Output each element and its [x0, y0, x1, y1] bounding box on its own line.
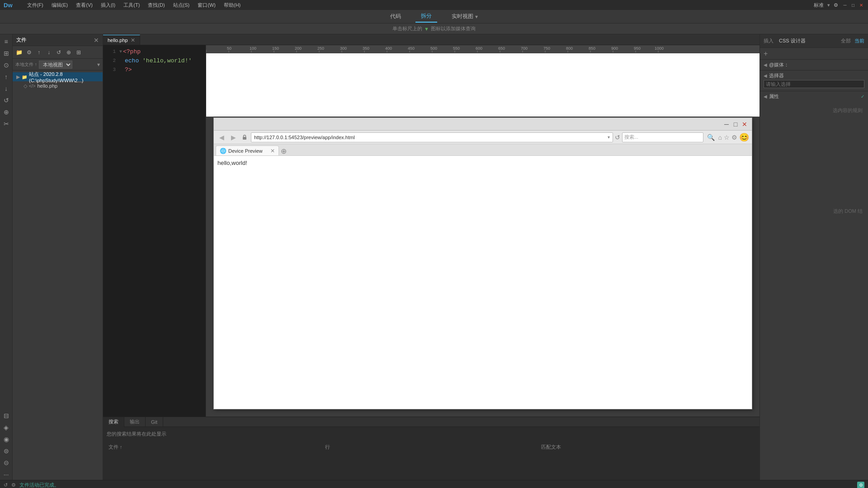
- star-icon[interactable]: ☆: [724, 134, 730, 141]
- browser-close-button[interactable]: ✕: [741, 121, 748, 128]
- sidebar-icon-upload[interactable]: ↑: [1, 71, 12, 82]
- app-logo: Dw: [4, 2, 13, 9]
- maximize-button[interactable]: □: [850, 2, 856, 8]
- status-right-icon[interactable]: ⚙: [857, 482, 864, 488]
- status-refresh-icon[interactable]: ↺: [4, 482, 8, 488]
- file-toolbar-folder-icon[interactable]: 📁: [14, 48, 24, 57]
- close-button[interactable]: ✕: [858, 2, 864, 8]
- tab-favicon-icon: 🌐: [220, 148, 226, 154]
- menu-edit[interactable]: 编辑(E): [48, 1, 72, 9]
- minimize-button[interactable]: ─: [842, 2, 848, 8]
- menu-file[interactable]: 文件(F): [24, 1, 47, 9]
- sidebar-icon-expand[interactable]: ⊕: [1, 107, 12, 117]
- home-icon[interactable]: ⌂: [718, 134, 722, 141]
- php-open-tag: <?php: [123, 48, 141, 55]
- browser-minimize-button[interactable]: ─: [723, 121, 730, 128]
- file-toolbar-settings-icon[interactable]: ⚙: [24, 48, 33, 57]
- selector-section-header[interactable]: ◀ 选择器: [764, 72, 864, 79]
- sidebar-icon-assets[interactable]: ⊞: [1, 48, 12, 59]
- tab-close-button[interactable]: ✕: [131, 37, 135, 43]
- sidebar-icon-dom[interactable]: ⊜: [1, 446, 12, 456]
- file-toolbar-up-icon[interactable]: ↑: [34, 48, 43, 57]
- file-panel: 文件 ✕ 📁 ⚙ ↑ ↓ ↺ ⊕ ⊞ 本地文件 ↑ 本地视图 ▾ ▶ 📁 站点 …: [13, 34, 103, 480]
- sidebar-icon-files[interactable]: ≡: [1, 36, 12, 47]
- sidebar-icon-snippets[interactable]: ⊝: [1, 457, 12, 468]
- tab-label: hello.php: [108, 38, 128, 43]
- all-action-button[interactable]: 全部: [841, 38, 851, 44]
- menu-help[interactable]: 帮助(H): [220, 1, 244, 9]
- bottom-tab-git[interactable]: Git: [146, 417, 163, 427]
- file-toolbar-expand-icon[interactable]: ⊕: [64, 48, 73, 57]
- file-arrow-icon: ◇: [24, 83, 29, 89]
- file-toolbar-refresh-icon[interactable]: ↺: [54, 48, 63, 57]
- sidebar-icon-style[interactable]: ◉: [1, 434, 12, 445]
- media-section: ◀ @媒体：: [760, 60, 868, 70]
- layout-preset-label: 标准: [814, 2, 824, 9]
- svg-rect-0: [206, 45, 760, 52]
- chevron-icon[interactable]: ▾: [97, 61, 100, 68]
- menu-insert[interactable]: 插入(I): [97, 1, 119, 9]
- menu-window[interactable]: 窗口(W): [194, 1, 219, 9]
- menu-site[interactable]: 站点(S): [170, 1, 193, 9]
- insert-tab[interactable]: 插入: [764, 38, 774, 44]
- browser-output-text: hello,world!: [217, 160, 247, 166]
- css-designer-tab[interactable]: CSS 设计器: [779, 38, 806, 44]
- live-view-button[interactable]: 实时视图 ▾: [446, 11, 483, 22]
- code-view-button[interactable]: 代码: [385, 11, 406, 22]
- folder-icon: 📁: [22, 75, 27, 80]
- settings-gear-icon[interactable]: ⚙: [731, 134, 737, 141]
- sidebar-icon-refresh[interactable]: ↺: [1, 95, 12, 106]
- browser-back-button[interactable]: ◀: [217, 132, 226, 142]
- menu-view[interactable]: 查看(V): [72, 1, 96, 9]
- right-panel-add-row: +: [760, 48, 868, 60]
- sidebar-icon-element[interactable]: ◈: [1, 422, 12, 433]
- new-tab-button[interactable]: ⊕: [281, 147, 287, 155]
- smiley-icon: 😊: [739, 132, 749, 142]
- sidebar-icon-layout[interactable]: ⊟: [1, 410, 12, 421]
- file-toolbar-image-icon[interactable]: ⊞: [74, 48, 83, 57]
- browser-tab-device-preview[interactable]: 🌐 Device Preview ✕: [216, 145, 279, 155]
- sidebar-icon-download[interactable]: ↓: [1, 83, 12, 94]
- split-view: 1 ▼ <?php 2 echo 'hello,world!' 3 ?>: [103, 45, 760, 417]
- search-table-header: 文件 ↑ 行 匹配文本: [107, 443, 756, 451]
- view-select[interactable]: 本地视图: [39, 61, 72, 69]
- split-view-button[interactable]: 拆分: [415, 10, 437, 23]
- properties-toggle-icon[interactable]: ✓: [861, 94, 864, 99]
- bottom-tab-output[interactable]: 输出: [124, 417, 146, 427]
- search-results-hint: 您的搜索结果将在此处显示: [107, 429, 756, 439]
- file-panel-close[interactable]: ✕: [94, 37, 99, 44]
- properties-section-header[interactable]: ◀ 属性 ✓: [764, 93, 864, 100]
- menu-find[interactable]: 查找(D): [144, 1, 168, 9]
- current-action-button[interactable]: 当前: [854, 38, 864, 44]
- status-settings-icon[interactable]: ⚙: [11, 482, 16, 488]
- sidebar-icon-more[interactable]: ···: [1, 469, 12, 480]
- browser-url-bar[interactable]: http://127.0.0.1:54523/preview/app/index…: [251, 132, 613, 142]
- properties-chevron-icon: ◀: [764, 94, 767, 99]
- rule-hint: 选内容的规则: [764, 105, 864, 116]
- media-chevron-icon: ◀: [764, 62, 767, 67]
- selector-section: ◀ 选择器: [760, 70, 868, 91]
- svg-text:150: 150: [272, 46, 279, 51]
- selector-input-field[interactable]: [764, 80, 864, 88]
- url-dropdown-icon[interactable]: ▾: [608, 135, 610, 140]
- file-tab[interactable]: hello.php ✕: [103, 35, 140, 45]
- browser-forward-button[interactable]: ▶: [228, 132, 238, 142]
- file-tree-site-item[interactable]: ▶ 📁 站点 - 2020.2.8 (C:\phpStudy\WWW\2...): [13, 72, 103, 81]
- right-panel-tabs: 插入 CSS 设计器: [764, 38, 806, 44]
- file-toolbar-down-icon[interactable]: ↓: [44, 48, 53, 57]
- bottom-tab-search[interactable]: 搜索: [103, 417, 124, 427]
- browser-maximize-button[interactable]: □: [732, 121, 739, 128]
- browser-tab-close-button[interactable]: ✕: [270, 148, 275, 154]
- search-icon[interactable]: 🔍: [707, 134, 715, 141]
- sidebar-icon-search[interactable]: ⊙: [1, 60, 12, 70]
- browser-refresh-button[interactable]: ↺: [615, 134, 620, 141]
- code-line-3: 3 ?>: [103, 65, 206, 74]
- code-editor[interactable]: 1 ▼ <?php 2 echo 'hello,world!' 3 ?>: [103, 45, 206, 417]
- media-section-header[interactable]: ◀ @媒体：: [764, 61, 864, 68]
- col-match-header: 匹配文本: [539, 443, 756, 451]
- add-source-button[interactable]: +: [764, 50, 768, 58]
- browser-search-bar[interactable]: 搜索...: [622, 132, 703, 142]
- sidebar-icon-cut[interactable]: ✂: [1, 118, 12, 129]
- gear-icon[interactable]: ⚙: [834, 2, 838, 8]
- menu-tools[interactable]: 工具(T): [120, 1, 143, 9]
